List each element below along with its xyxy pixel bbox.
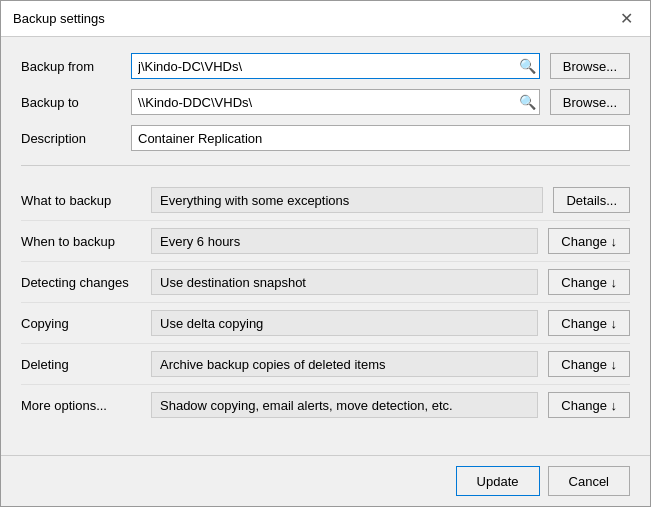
description-label: Description (21, 131, 121, 146)
copying-value: Use delta copying (151, 310, 538, 336)
backup-from-input-wrapper: 🔍 (131, 53, 540, 79)
backup-to-label: Backup to (21, 95, 121, 110)
dialog-title: Backup settings (13, 11, 105, 26)
dialog-footer: Update Cancel (1, 455, 650, 506)
what-to-backup-row: What to backup Everything with some exce… (21, 180, 630, 221)
backup-to-input-wrapper: 🔍 (131, 89, 540, 115)
more-options-label: More options... (21, 398, 141, 413)
more-options-change-button[interactable]: Change ↓ (548, 392, 630, 418)
bottom-section: What to backup Everything with some exce… (21, 166, 630, 439)
deleting-value: Archive backup copies of deleted items (151, 351, 538, 377)
deleting-change-button[interactable]: Change ↓ (548, 351, 630, 377)
when-to-backup-change-button[interactable]: Change ↓ (548, 228, 630, 254)
detecting-changes-row: Detecting changes Use destination snapsh… (21, 262, 630, 303)
backup-to-browse-button[interactable]: Browse... (550, 89, 630, 115)
copying-label: Copying (21, 316, 141, 331)
backup-from-browse-button[interactable]: Browse... (550, 53, 630, 79)
title-bar: Backup settings ✕ (1, 1, 650, 37)
backup-from-row: Backup from 🔍 Browse... (21, 53, 630, 79)
description-input[interactable] (131, 125, 630, 151)
backup-settings-dialog: Backup settings ✕ Backup from 🔍 Browse..… (0, 0, 651, 507)
cancel-button[interactable]: Cancel (548, 466, 630, 496)
deleting-row: Deleting Archive backup copies of delete… (21, 344, 630, 385)
what-to-backup-value: Everything with some exceptions (151, 187, 543, 213)
close-button[interactable]: ✕ (614, 7, 638, 31)
top-section: Backup from 🔍 Browse... Backup to 🔍 Brow… (21, 53, 630, 166)
backup-to-row: Backup to 🔍 Browse... (21, 89, 630, 115)
when-to-backup-label: When to backup (21, 234, 141, 249)
when-to-backup-row: When to backup Every 6 hours Change ↓ (21, 221, 630, 262)
copying-row: Copying Use delta copying Change ↓ (21, 303, 630, 344)
what-to-backup-details-button[interactable]: Details... (553, 187, 630, 213)
update-button[interactable]: Update (456, 466, 540, 496)
more-options-row: More options... Shadow copying, email al… (21, 385, 630, 425)
when-to-backup-value: Every 6 hours (151, 228, 538, 254)
description-row: Description (21, 125, 630, 151)
backup-to-input[interactable] (131, 89, 540, 115)
detecting-changes-value: Use destination snapshot (151, 269, 538, 295)
copying-change-button[interactable]: Change ↓ (548, 310, 630, 336)
what-to-backup-label: What to backup (21, 193, 141, 208)
backup-from-input[interactable] (131, 53, 540, 79)
backup-from-label: Backup from (21, 59, 121, 74)
detecting-changes-change-button[interactable]: Change ↓ (548, 269, 630, 295)
dialog-content: Backup from 🔍 Browse... Backup to 🔍 Brow… (1, 37, 650, 455)
detecting-changes-label: Detecting changes (21, 275, 141, 290)
more-options-value: Shadow copying, email alerts, move detec… (151, 392, 538, 418)
deleting-label: Deleting (21, 357, 141, 372)
